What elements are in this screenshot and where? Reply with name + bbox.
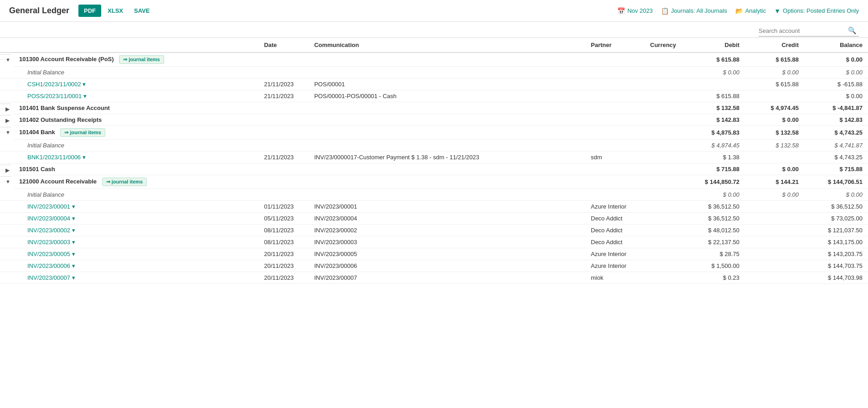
entry-link[interactable]: INV/2023/00007 ▾ — [27, 274, 75, 281]
account-date — [258, 175, 309, 189]
filter-options-label: Options: Posted Entries Only — [783, 7, 859, 14]
expand-icon[interactable]: ▶ — [0, 104, 11, 109]
row-label: Initial Balance — [14, 189, 258, 201]
filter-journals-label: Journals: All Journals — [671, 7, 727, 14]
page-title: General Ledger — [9, 6, 69, 16]
expand-icon[interactable]: ▼ — [0, 127, 11, 132]
col-communication-header: Communication — [309, 38, 585, 53]
row-currency — [645, 90, 686, 102]
toolbar: PDF XLSX SAVE — [78, 5, 154, 17]
entry-link[interactable]: INV/2023/00004 ▾ — [27, 215, 75, 222]
search-icon-btn[interactable]: 🔍 — [848, 26, 857, 35]
account-name: 101402 Outstanding Receipts — [14, 114, 258, 126]
row-entry-link[interactable]: INV/2023/00007 ▾ — [14, 272, 258, 284]
account-name: 101501 Cash — [14, 163, 258, 175]
row-date: 21/11/2023 — [258, 90, 309, 102]
row-communication: INV/2023/00001 — [309, 201, 585, 213]
account-balance: $ 715.88 — [804, 163, 868, 175]
account-currency — [645, 52, 686, 67]
journal-items-btn[interactable]: ⇒ journal items — [119, 55, 164, 64]
row-balance: $ 0.00 — [804, 90, 868, 102]
entry-link[interactable]: INV/2023/00005 ▾ — [27, 251, 75, 257]
account-currency — [645, 175, 686, 189]
expand-icon[interactable]: ▶ — [0, 115, 11, 120]
account-row: ▼ 101300 Account Receivable (PoS) ⇒ jour… — [0, 52, 868, 67]
row-debit: $ 22,137.50 — [686, 236, 745, 248]
row-debit: $ 36,512.50 — [686, 201, 745, 213]
journal-items-btn[interactable]: ⇒ journal items — [60, 128, 105, 137]
row-partner — [585, 78, 645, 90]
entry-link[interactable]: INV/2023/00003 ▾ — [27, 239, 75, 246]
account-date — [258, 163, 309, 175]
row-entry-link[interactable]: BNK1/2023/11/0006 ▾ — [14, 152, 258, 163]
row-balance: $ 143,175.00 — [804, 236, 868, 248]
row-credit — [745, 213, 804, 225]
row-currency — [645, 213, 686, 225]
expand-icon[interactable]: ▼ — [0, 54, 11, 60]
row-entry-link[interactable]: CSH1/2023/11/0002 ▾ — [14, 78, 258, 90]
row-date: 20/11/2023 — [258, 260, 309, 272]
row-balance: $ 4,741.87 — [804, 140, 868, 152]
search-account-container: 🔍 — [759, 26, 859, 37]
account-comm — [309, 114, 585, 126]
expand-placeholder — [0, 260, 14, 272]
entry-link[interactable]: INV/2023/00006 ▾ — [27, 262, 75, 269]
entry-link[interactable]: INV/2023/00002 ▾ — [27, 227, 75, 234]
expand-icon[interactable]: ▶ — [0, 165, 11, 170]
row-entry-link[interactable]: POSS/2023/11/0001 ▾ — [14, 90, 258, 102]
row-communication: POS/00001 — [309, 78, 585, 90]
row-partner — [585, 90, 645, 102]
row-entry-link[interactable]: INV/2023/00006 ▾ — [14, 260, 258, 272]
row-entry-link[interactable]: INV/2023/00002 ▾ — [14, 225, 258, 236]
row-balance: $ 143,203.75 — [804, 248, 868, 260]
filter-journals[interactable]: 📋 Journals: All Journals — [661, 7, 727, 15]
table-row: INV/2023/00002 ▾ 08/11/2023INV/2023/0000… — [0, 225, 868, 236]
filter-date[interactable]: 📅 Nov 2023 — [617, 7, 653, 15]
row-entry-link[interactable]: INV/2023/00003 ▾ — [14, 236, 258, 248]
row-communication: INV/2023/00004 — [309, 213, 585, 225]
row-balance: $ 121,037.50 — [804, 225, 868, 236]
pdf-button[interactable]: PDF — [78, 5, 101, 17]
filter-analytic-label: Analytic — [745, 7, 766, 14]
entry-link[interactable]: BNK1/2023/11/0006 ▾ — [27, 154, 86, 161]
entry-link[interactable]: POSS/2023/11/0001 ▾ — [27, 93, 87, 99]
row-date: 08/11/2023 — [258, 236, 309, 248]
account-currency — [645, 102, 686, 114]
expand-icon[interactable]: ▼ — [0, 176, 11, 182]
row-date: 21/11/2023 — [258, 152, 309, 163]
account-partner — [585, 114, 645, 126]
account-credit: $ 132.58 — [745, 126, 804, 140]
account-comm — [309, 52, 585, 67]
account-comm — [309, 175, 585, 189]
row-entry-link[interactable]: INV/2023/00001 ▾ — [14, 201, 258, 213]
row-communication: INV/2023/00007 — [309, 272, 585, 284]
journal-items-btn[interactable]: ⇒ journal items — [102, 178, 147, 186]
xlsx-button[interactable]: XLSX — [103, 5, 128, 17]
col-name-header — [14, 38, 258, 53]
entry-link[interactable]: INV/2023/00001 ▾ — [27, 203, 75, 210]
expand-placeholder — [0, 90, 14, 102]
row-communication — [309, 189, 585, 201]
search-input[interactable] — [759, 27, 845, 34]
row-credit — [745, 272, 804, 284]
filter-analytic[interactable]: 📂 Analytic — [735, 7, 766, 15]
col-partner-header: Partner — [585, 38, 645, 53]
save-button[interactable]: SAVE — [129, 5, 154, 17]
row-entry-link[interactable]: INV/2023/00005 ▾ — [14, 248, 258, 260]
expand-placeholder — [0, 189, 14, 201]
entry-link[interactable]: CSH1/2023/11/0002 ▾ — [27, 81, 86, 88]
row-entry-link[interactable]: INV/2023/00004 ▾ — [14, 213, 258, 225]
table-row: INV/2023/00001 ▾ 01/11/2023INV/2023/0000… — [0, 201, 868, 213]
expand-placeholder — [0, 248, 14, 260]
account-debit: $ 615.88 — [686, 52, 745, 67]
account-row: ▶ 101501 Cash $ 715.88$ 0.00$ 715.88 — [0, 163, 868, 175]
row-debit: $ 28.75 — [686, 248, 745, 260]
account-credit: $ 144.21 — [745, 175, 804, 189]
row-currency — [645, 260, 686, 272]
account-currency — [645, 163, 686, 175]
row-partner: Azure Interior — [585, 248, 645, 260]
row-currency — [645, 272, 686, 284]
row-debit: $ 0.00 — [686, 67, 745, 78]
row-partner: Deco Addict — [585, 213, 645, 225]
filter-options[interactable]: ▼ Options: Posted Entries Only — [774, 7, 859, 15]
